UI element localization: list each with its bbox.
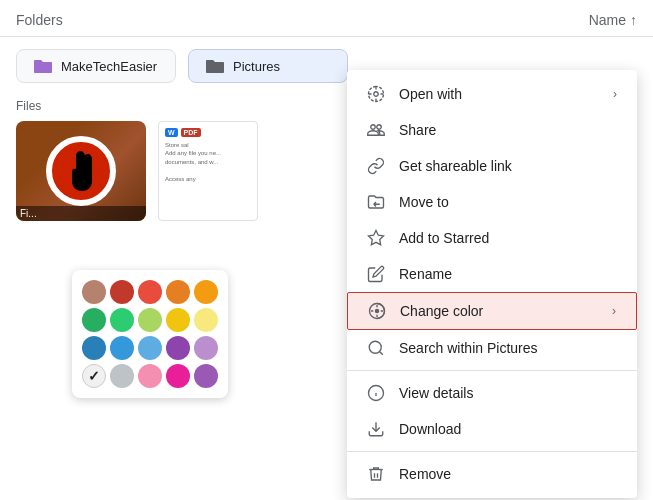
menu-label-change-color: Change color: [400, 303, 483, 319]
swatch-dark-green[interactable]: [82, 308, 106, 332]
menu-item-search-within[interactable]: Search within Pictures: [347, 330, 637, 366]
change-color-chevron: ›: [612, 304, 616, 318]
header: Folders Name ↑: [0, 0, 653, 37]
menu-item-view-details[interactable]: View details: [347, 375, 637, 411]
menu-label-get-link: Get shareable link: [399, 158, 512, 174]
swatch-brown[interactable]: [82, 280, 106, 304]
swatch-light-pink[interactable]: [138, 364, 162, 388]
menu-item-remove[interactable]: Remove: [347, 456, 637, 492]
open-with-chevron: ›: [613, 87, 617, 101]
menu-item-get-link[interactable]: Get shareable link: [347, 148, 637, 184]
menu-label-search-within: Search within Pictures: [399, 340, 538, 356]
folder-item-maketecheasier[interactable]: MakeTechEasier: [16, 49, 176, 83]
star-icon: [367, 229, 385, 247]
color-icon: [368, 302, 386, 320]
menu-label-move-to: Move to: [399, 194, 449, 210]
folder-icon-pictures: [205, 58, 225, 74]
menu-item-share[interactable]: Share: [347, 112, 637, 148]
swatch-none-checked[interactable]: [82, 364, 106, 388]
menu-divider-2: [347, 451, 637, 452]
swatch-dark-red[interactable]: [110, 280, 134, 304]
menu-label-view-details: View details: [399, 385, 473, 401]
download-icon: [367, 420, 385, 438]
swatch-pink[interactable]: [166, 364, 190, 388]
rename-icon: [367, 265, 385, 283]
name-sort-label[interactable]: Name: [589, 12, 626, 28]
search-icon: [367, 339, 385, 357]
menu-label-download: Download: [399, 421, 461, 437]
swatch-light-blue[interactable]: [138, 336, 162, 360]
svg-marker-1: [369, 231, 384, 245]
doc-text: Store sal Add any file you ne... documen…: [165, 141, 251, 183]
file-thumb-stopsign[interactable]: Fi...: [16, 121, 146, 221]
swatch-orange[interactable]: [166, 280, 190, 304]
menu-item-open-with[interactable]: Open with ›: [347, 76, 637, 112]
menu-item-move-to[interactable]: Move to: [347, 184, 637, 220]
swatch-light-yellow[interactable]: [194, 308, 218, 332]
link-icon: [367, 157, 385, 175]
svg-point-4: [369, 341, 381, 353]
folder-name-maketecheasier: MakeTechEasier: [61, 59, 157, 74]
swatch-green[interactable]: [110, 308, 134, 332]
palette-grid: [82, 280, 218, 388]
stop-circle: [46, 136, 116, 206]
swatch-amber[interactable]: [194, 280, 218, 304]
menu-label-open-with: Open with: [399, 86, 462, 102]
menu-label-remove: Remove: [399, 466, 451, 482]
swatch-purple[interactable]: [194, 336, 218, 360]
share-icon: [367, 121, 385, 139]
menu-divider-1: [347, 370, 637, 371]
swatch-gray[interactable]: [110, 364, 134, 388]
svg-point-0: [374, 92, 379, 97]
doc-icons: W PDF: [165, 128, 251, 137]
swatch-yellow[interactable]: [166, 308, 190, 332]
swatch-light-green[interactable]: [138, 308, 162, 332]
open-with-icon: [367, 85, 385, 103]
swatch-blue[interactable]: [110, 336, 134, 360]
info-icon: [367, 384, 385, 402]
swatch-red[interactable]: [138, 280, 162, 304]
swatch-dark-blue[interactable]: [82, 336, 106, 360]
color-palette[interactable]: [72, 270, 228, 398]
swatch-violet[interactable]: [194, 364, 218, 388]
folder-name-pictures: Pictures: [233, 59, 280, 74]
context-menu: Open with › Share Get shareable link: [347, 70, 637, 498]
file-label-stopsign: Fi...: [16, 206, 146, 221]
trash-icon: [367, 465, 385, 483]
folder-icon-maketecheasier: [33, 58, 53, 74]
move-icon: [367, 193, 385, 211]
menu-label-add-starred: Add to Starred: [399, 230, 489, 246]
folder-item-pictures[interactable]: Pictures: [188, 49, 348, 83]
sort-controls[interactable]: Name ↑: [589, 12, 637, 28]
svg-point-3: [375, 309, 380, 314]
folders-heading: Folders: [16, 12, 63, 28]
swatch-dark-purple[interactable]: [166, 336, 190, 360]
menu-item-add-starred[interactable]: Add to Starred: [347, 220, 637, 256]
menu-label-share: Share: [399, 122, 436, 138]
menu-label-rename: Rename: [399, 266, 452, 282]
sort-arrow-icon: ↑: [630, 12, 637, 28]
menu-item-rename[interactable]: Rename: [347, 256, 637, 292]
file-thumb-doc[interactable]: W PDF Store sal Add any file you ne... d…: [158, 121, 258, 221]
menu-item-change-color[interactable]: Change color ›: [347, 292, 637, 330]
menu-item-download[interactable]: Download: [347, 411, 637, 447]
